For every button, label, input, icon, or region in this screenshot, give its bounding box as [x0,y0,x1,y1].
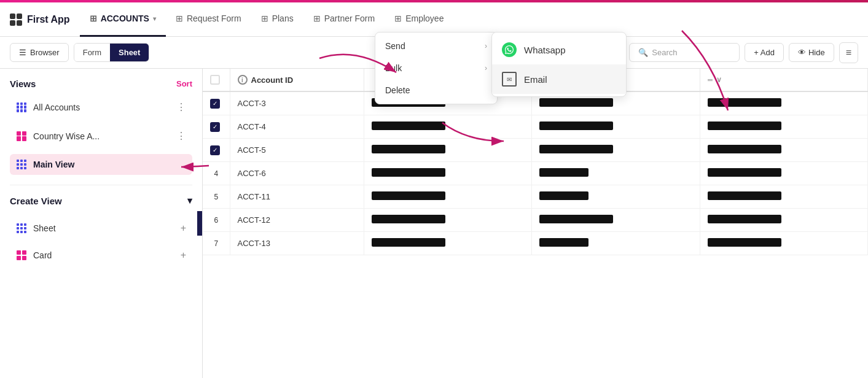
sidebar-collapse-button[interactable]: ‹ [197,211,203,236]
form-button[interactable]: Form [74,44,110,61]
data-cell [364,162,531,185]
create-view-title[interactable]: Create View ▾ [10,195,192,206]
tab-request-form[interactable]: ⊞ Request Form [166,2,251,37]
data-cell [532,162,700,185]
row-checkbox[interactable]: ✓ [210,145,220,155]
data-cell [364,115,531,139]
data-cell [532,232,700,255]
app-title: First App [7,14,80,26]
sidebar: Views Sort All Accounts ⋮ Country W [0,69,203,378]
browser-button[interactable]: ☰ Browser [10,43,69,62]
table-row: 7 ACCT-13 [203,232,868,255]
account-id-header: i Account ID [230,69,364,91]
data-cell [364,185,531,209]
chevron-down-icon: ▾ [187,195,192,206]
row-number-cell: 4 [203,162,230,185]
table-row: ✓ ACCT-4 [203,115,868,139]
data-cell [700,162,868,185]
app-title-text: First App [27,14,70,25]
grid-icon [10,14,22,26]
sidebar-item-all-accounts[interactable]: All Accounts ⋮ [10,96,192,118]
tab-plans[interactable]: ⊞ Plans [251,2,303,37]
table-view-icon [16,102,27,113]
select-all-header[interactable] [203,69,230,91]
more-options-icon[interactable]: ⋮ [176,130,186,142]
email-menu-item[interactable]: ✉ Email [492,64,626,94]
table-view-icon [16,159,27,170]
table-icon: ⊞ [394,14,402,23]
whatsapp-icon [502,42,517,57]
row-checkbox[interactable]: ✓ [210,122,220,132]
row-number-cell: 7 [203,232,230,255]
table-area: i Account ID ∨ ✉ E [203,69,868,378]
views-title: Views [10,79,36,89]
data-cell [364,209,531,232]
sidebar-item-main-view[interactable]: Main View [10,154,192,175]
data-cell [364,139,531,162]
delete-menu-item[interactable]: Delete [375,79,497,101]
row-checkbox-cell[interactable]: ✓ [203,139,230,162]
account-id-cell: ACCT-13 [230,232,364,255]
row-checkbox-cell[interactable]: ✓ [203,115,230,139]
view-label: All Accounts [33,102,80,112]
chevron-right-icon: › [485,64,487,72]
data-cell [700,139,868,162]
col4-header: ∨ [700,69,868,91]
chevron-down-icon: ▾ [153,15,156,22]
row-number-cell: 6 [203,209,230,232]
filter-button[interactable]: ≡ [839,42,858,63]
table-row: ✓ ACCT-5 [203,139,868,162]
account-id-cell: ACCT-12 [230,209,364,232]
browser-icon: ☰ [19,48,26,57]
sheet-button[interactable]: Sheet [110,44,149,61]
table-view-icon [16,223,27,234]
card-view-icon [16,131,27,142]
create-sheet-view[interactable]: Sheet + [10,218,192,238]
add-button[interactable]: + Add [745,43,784,62]
select-all-checkbox[interactable] [210,75,220,85]
create-view-label: Sheet [33,223,56,233]
add-card-icon[interactable]: + [181,250,186,261]
account-id-cell: ACCT-3 [230,91,364,115]
search-box[interactable]: 🔍 Search [629,43,740,62]
table-row: 5 ACCT-11 [203,185,868,209]
sort-icon[interactable] [708,79,713,81]
sort-button[interactable]: Sort [176,79,192,88]
actions-dropdown: Send › Bulk › Delete [375,32,498,104]
main-content: Views Sort All Accounts ⋮ Country W [0,69,868,378]
create-view-label: Card [33,250,52,260]
divider [10,185,192,185]
row-number-cell: 5 [203,185,230,209]
views-section-title: Views Sort [10,79,192,89]
tab-accounts[interactable]: ⊞ ACCOUNTS ▾ [80,2,166,37]
row-checkbox-cell[interactable]: ✓ [203,91,230,115]
account-id-cell: ACCT-11 [230,185,364,209]
tab-partner-form[interactable]: ⊞ Partner Form [303,2,385,37]
table-row: 4 ACCT-6 [203,162,868,185]
view-label: Main View [33,160,74,169]
sidebar-item-country-wise[interactable]: Country Wise A... ⋮ [10,125,192,147]
row-checkbox[interactable]: ✓ [210,99,220,109]
hide-button[interactable]: 👁 Hide [789,43,834,62]
data-cell [700,209,868,232]
view-label: Country Wise A... [33,131,100,141]
account-id-cell: ACCT-4 [230,115,364,139]
account-id-cell: ACCT-6 [230,162,364,185]
data-cell [532,139,700,162]
table-icon: ⊞ [261,14,268,23]
add-sheet-icon[interactable]: + [181,223,186,234]
chevron-right-icon: › [485,42,487,50]
eye-icon: 👁 [798,48,806,57]
more-options-icon[interactable]: ⋮ [176,101,186,113]
data-cell [532,185,700,209]
send-menu-item[interactable]: Send › [375,35,497,57]
whatsapp-label: Whatsapp [524,45,566,55]
data-cell [532,115,700,139]
create-card-view[interactable]: Card + [10,245,192,265]
table-icon: ⊞ [90,14,97,23]
data-cell [700,232,868,255]
whatsapp-menu-item[interactable]: Whatsapp [492,35,626,64]
expand-icon[interactable]: ∨ [716,75,722,84]
data-cell [532,209,700,232]
bulk-menu-item[interactable]: Bulk › [375,57,497,79]
